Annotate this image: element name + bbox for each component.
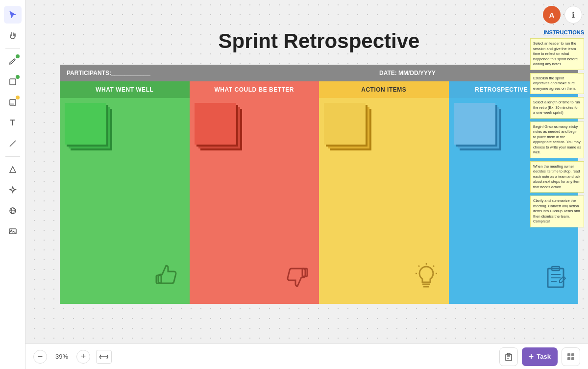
svg-line-15 (433, 266, 434, 267)
header-icons: A ℹ (543, 6, 582, 24)
divider-2 (5, 156, 20, 157)
avatar: A (543, 6, 561, 24)
board: Sprint Retrospective PARTICIPANTS:______… (60, 29, 578, 304)
instructions-title[interactable]: INSTRUCTIONS (530, 29, 584, 35)
bottom-right-actions: + Task (499, 347, 580, 366)
board-title: Sprint Retrospective (60, 29, 578, 53)
shape-dot (16, 75, 20, 79)
thumbs-up-icon (152, 261, 182, 296)
svg-line-14 (418, 266, 419, 267)
sticky-red-front (195, 103, 236, 145)
pen-tool[interactable] (4, 52, 22, 70)
globe-tool[interactable] (4, 202, 22, 220)
svg-rect-29 (571, 353, 574, 356)
hand-tool[interactable] (4, 26, 22, 44)
left-toolbar: T (0, 0, 25, 369)
clipboard-icon-col (541, 262, 570, 296)
columns-header: WHAT WENT WELL WHAT COULD BE BETTER ACTI… (60, 81, 578, 98)
col-body-went-well[interactable] (60, 98, 190, 304)
clipboard-bottom-button[interactable] (499, 347, 518, 366)
shape-tool[interactable] (4, 73, 22, 91)
info-button[interactable]: ℹ (564, 6, 582, 24)
participants-field[interactable]: PARTICIPANTS:____________ (60, 65, 372, 81)
sticky-dot (16, 96, 20, 99)
divider-1 (5, 48, 20, 49)
svg-rect-30 (567, 357, 570, 360)
bottom-bar: − 39% + + Task (25, 344, 588, 369)
instructions-panel: INSTRUCTIONS Select an leader to run the… (530, 29, 584, 230)
zoom-in-button[interactable]: + (76, 350, 90, 364)
add-task-button[interactable]: + Task (522, 347, 558, 366)
col-header-went-well: WHAT WENT WELL (60, 81, 190, 98)
instruction-step-2: Establish the sprint objectives and make… (530, 73, 584, 95)
col-body-action-items[interactable] (319, 98, 449, 304)
instruction-step-6: Clarify and summarize the meeting. Conve… (530, 196, 584, 227)
canvas: Sprint Retrospective PARTICIPANTS:______… (25, 0, 588, 369)
sticky-green-front (65, 103, 106, 145)
instruction-step-5: When the meeting owner decides its time … (530, 161, 584, 193)
col-header-could-be-better: WHAT COULD BE BETTER (190, 81, 319, 98)
sticky-yellow-front (324, 103, 366, 145)
fit-button[interactable] (96, 350, 112, 364)
col-header-action-items: ACTION ITEMS (319, 81, 449, 98)
svg-line-2 (10, 141, 16, 147)
zoom-out-button[interactable]: − (33, 350, 47, 364)
sticky-tool[interactable] (4, 94, 22, 111)
grid-view-button[interactable] (562, 347, 580, 366)
connector-tool[interactable] (4, 161, 22, 178)
meta-row: PARTICIPANTS:____________ DATE: MM/DD/YY… (60, 65, 578, 81)
instruction-step-1: Select an leader to run the session and … (530, 38, 584, 70)
image-tool[interactable] (4, 222, 22, 240)
svg-rect-31 (571, 357, 574, 360)
instruction-step-3: Select a length of time to run the retro… (530, 97, 584, 119)
cursor-tool[interactable] (4, 6, 22, 24)
columns-body (60, 98, 578, 304)
add-task-label: Task (537, 353, 551, 360)
zoom-level: 39% (53, 353, 71, 360)
svg-rect-0 (10, 79, 16, 85)
svg-rect-28 (567, 353, 570, 356)
instruction-step-4: Begin! Grab as many sticky notes as need… (530, 122, 584, 158)
sticky-blue-front (454, 103, 495, 145)
col-body-could-be-better[interactable] (190, 98, 319, 304)
magic-tool[interactable] (4, 181, 22, 199)
pen-dot (16, 54, 20, 58)
svg-marker-3 (10, 167, 16, 172)
add-task-plus: + (529, 351, 534, 362)
line-tool[interactable] (4, 135, 22, 152)
text-tool[interactable]: T (4, 114, 22, 132)
thumbs-down-icon (282, 262, 311, 296)
lightbulb-icon (412, 262, 441, 296)
